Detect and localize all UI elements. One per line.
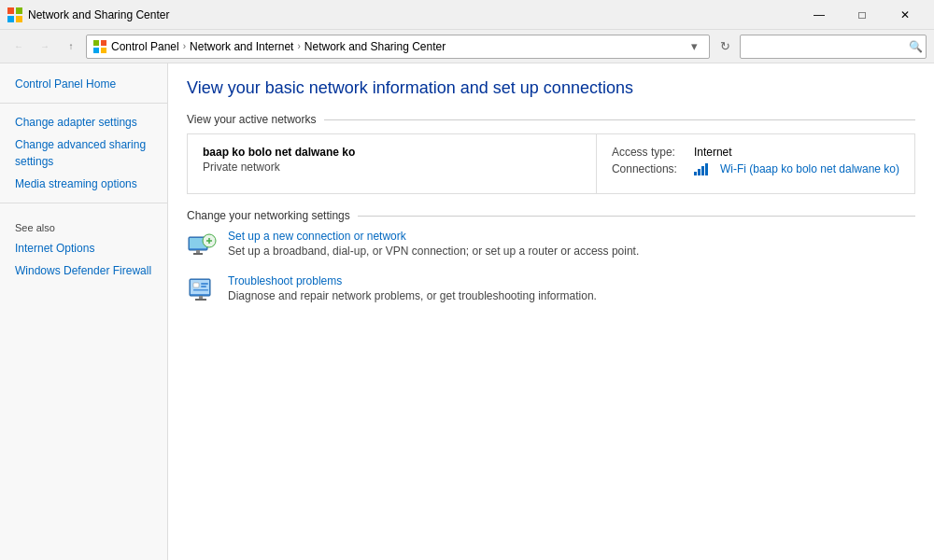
svg-rect-22: [195, 299, 206, 301]
sidebar-item-change-adapter[interactable]: Change adapter settings: [0, 111, 167, 133]
sidebar-divider-1: [0, 103, 167, 104]
breadcrumb-network-sharing[interactable]: Network and Sharing Center: [304, 40, 446, 53]
title-bar: Network and Sharing Center — □ ✕: [0, 0, 934, 30]
sidebar-item-internet-options[interactable]: Internet Options: [0, 237, 167, 259]
svg-rect-2: [7, 16, 14, 22]
svg-rect-26: [193, 289, 208, 291]
svg-rect-1: [16, 7, 22, 14]
see-also-title: See also: [0, 211, 167, 237]
wifi-icon: [694, 162, 709, 178]
svg-rect-5: [101, 40, 106, 46]
troubleshoot-item: Troubleshoot problems Diagnose and repai…: [187, 274, 915, 304]
svg-rect-23: [193, 283, 199, 287]
svg-rect-4: [93, 40, 99, 46]
see-also-section: See also Internet Options Windows Defend…: [0, 203, 167, 289]
svg-rect-10: [701, 166, 704, 175]
wifi-signal-icon: [694, 162, 709, 175]
connection-link[interactable]: Wi-Fi (baap ko bolo net dalwane ko): [720, 162, 899, 178]
change-settings-label: Change your networking settings: [187, 209, 350, 222]
close-button[interactable]: ✕: [884, 0, 927, 30]
change-settings-header: Change your networking settings: [187, 209, 915, 222]
svg-rect-0: [7, 7, 14, 14]
sidebar: Control Panel Home Change adapter settin…: [0, 63, 168, 560]
active-networks-header: View your active networks: [187, 113, 915, 126]
sidebar-item-firewall[interactable]: Windows Defender Firewall: [0, 259, 167, 282]
sidebar-item-advanced-sharing[interactable]: Change advanced sharing settings: [0, 133, 167, 173]
troubleshoot-svg: [187, 274, 217, 304]
svg-rect-7: [101, 48, 106, 53]
sidebar-item-control-panel-home[interactable]: Control Panel Home: [0, 73, 167, 95]
troubleshoot-link[interactable]: Troubleshoot problems: [228, 274, 597, 287]
svg-rect-11: [705, 163, 708, 175]
control-panel-icon: [92, 39, 107, 54]
svg-rect-3: [16, 16, 22, 22]
content-area: View your basic network information and …: [168, 63, 934, 560]
network-type: Private network: [203, 161, 581, 174]
app-icon: [7, 7, 22, 22]
access-type-label: Access type:: [612, 146, 686, 159]
search-button[interactable]: 🔍: [908, 39, 923, 54]
setup-connection-desc: Set up a broadband, dial-up, or VPN conn…: [228, 245, 639, 258]
address-field[interactable]: Control Panel › Network and Internet › N…: [86, 35, 710, 59]
active-networks-line: [324, 119, 915, 120]
svg-rect-15: [193, 253, 203, 255]
forward-button[interactable]: →: [34, 35, 56, 58]
network-name: baap ko bolo net dalwane ko: [203, 146, 581, 159]
change-settings-section: Change your networking settings: [187, 209, 915, 304]
network-row: baap ko bolo net dalwane ko Private netw…: [187, 133, 915, 194]
svg-rect-9: [698, 169, 700, 175]
address-bar: ← → ↑ Control Panel › Network and Intern…: [0, 30, 934, 63]
back-button[interactable]: ←: [7, 35, 30, 58]
active-networks-label: View your active networks: [187, 113, 317, 126]
troubleshoot-text: Troubleshoot problems Diagnose and repai…: [228, 274, 597, 302]
setup-connection-text: Set up a new connection or network Set u…: [228, 230, 639, 258]
troubleshoot-desc: Diagnose and repair network problems, or…: [228, 289, 597, 302]
svg-rect-14: [196, 250, 200, 253]
breadcrumb-network-internet[interactable]: Network and Internet: [190, 40, 293, 53]
address-dropdown-button[interactable]: ▾: [685, 39, 703, 53]
search-wrapper: 🔍: [740, 35, 927, 59]
minimize-button[interactable]: —: [798, 0, 841, 30]
search-input[interactable]: [740, 35, 927, 59]
svg-rect-24: [201, 283, 208, 285]
maximize-button[interactable]: □: [841, 0, 884, 30]
svg-rect-8: [694, 172, 697, 175]
change-settings-line: [358, 216, 915, 217]
network-info: baap ko bolo net dalwane ko Private netw…: [188, 134, 596, 193]
svg-rect-6: [93, 48, 99, 53]
access-type-row: Access type: Internet: [612, 146, 899, 159]
window-title: Network and Sharing Center: [28, 8, 169, 21]
access-type-value: Internet: [694, 146, 732, 159]
sidebar-divider-2: [0, 203, 167, 203]
setup-connection-link[interactable]: Set up a new connection or network: [228, 230, 639, 243]
setup-connection-svg: [187, 230, 217, 259]
connections-label: Connections:: [612, 162, 686, 178]
svg-rect-25: [201, 286, 206, 287]
window-controls: — □ ✕: [798, 0, 927, 30]
breadcrumb-control-panel[interactable]: Control Panel: [111, 40, 179, 53]
main-layout: Control Panel Home Change adapter settin…: [0, 63, 934, 560]
breadcrumb: Control Panel › Network and Internet › N…: [111, 40, 681, 53]
title-bar-left: Network and Sharing Center: [7, 7, 169, 22]
troubleshoot-icon: [187, 274, 217, 304]
network-access: Access type: Internet Connections: Wi-Fi…: [596, 134, 914, 193]
svg-rect-21: [199, 296, 203, 299]
refresh-button[interactable]: ↻: [714, 35, 736, 58]
connections-row: Connections: Wi-Fi (baap ko bolo net dal…: [612, 162, 899, 178]
setup-connection-item: Set up a new connection or network Set u…: [187, 230, 915, 259]
page-title: View your basic network information and …: [187, 78, 915, 98]
sidebar-item-media-streaming[interactable]: Media streaming options: [0, 173, 167, 195]
setup-connection-icon: [187, 230, 217, 259]
up-button[interactable]: ↑: [60, 35, 82, 58]
